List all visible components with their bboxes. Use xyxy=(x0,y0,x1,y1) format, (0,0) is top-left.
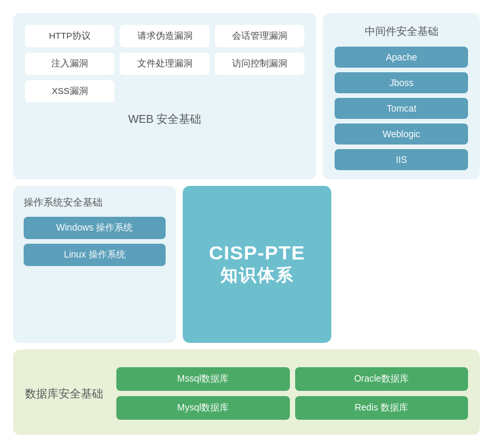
middleware-item-jboss: Jboss xyxy=(335,72,468,93)
tag-session: 会话管理漏洞 xyxy=(215,25,304,47)
cisp-pte-center: CISP-PTE 知识体系 xyxy=(183,186,332,343)
db-item-mssql: Mssql数据库 xyxy=(116,367,290,391)
db-item-oracle: Oracle数据库 xyxy=(295,367,469,391)
tag-access-control: 访问控制漏洞 xyxy=(215,53,304,75)
middleware-item-tomcat: Tomcat xyxy=(335,98,468,119)
web-tags-grid: HTTP协议 请求伪造漏洞 会话管理漏洞 注入漏洞 文件处理漏洞 访问控制漏洞 … xyxy=(25,25,304,102)
cisp-pte-title-line1: CISP-PTE xyxy=(209,242,305,264)
web-panel-label: WEB 安全基础 xyxy=(25,112,304,127)
bottom-row: 数据库安全基础 Mssql数据库 Oracle数据库 Mysql数据库 Redi… xyxy=(13,349,480,435)
middleware-panel-title: 中间件安全基础 xyxy=(335,25,468,39)
os-item-linux: Linux 操作系统 xyxy=(24,244,166,266)
web-security-panel: HTTP协议 请求伪造漏洞 会话管理漏洞 注入漏洞 文件处理漏洞 访问控制漏洞 … xyxy=(13,13,316,179)
db-security-panel: 数据库安全基础 Mssql数据库 Oracle数据库 Mysql数据库 Redi… xyxy=(13,349,480,435)
tag-file-processing: 文件处理漏洞 xyxy=(120,53,209,75)
os-item-windows: Windows 操作系统 xyxy=(24,217,166,239)
tag-http: HTTP协议 xyxy=(25,25,114,47)
db-item-mysql: Mysql数据库 xyxy=(116,396,290,420)
tag-injection: 注入漏洞 xyxy=(25,53,114,75)
os-items: Windows 操作系统 Linux 操作系统 xyxy=(24,217,166,266)
tag-xss: XSS漏洞 xyxy=(25,80,114,102)
db-item-redis: Redis 数据库 xyxy=(295,396,469,420)
middleware-item-apache: Apache xyxy=(335,47,468,68)
middle-row: 操作系统安全基础 Windows 操作系统 Linux 操作系统 CISP-PT… xyxy=(13,186,480,343)
right-spacer xyxy=(338,186,480,343)
middleware-item-iis: IIS xyxy=(335,149,468,170)
middleware-items: Apache Jboss Tomcat Weblogic IIS xyxy=(335,47,468,170)
db-panel-label: 数据库安全基础 xyxy=(25,386,103,401)
top-row: HTTP协议 请求伪造漏洞 会话管理漏洞 注入漏洞 文件处理漏洞 访问控制漏洞 … xyxy=(13,13,480,179)
diagram: HTTP协议 请求伪造漏洞 会话管理漏洞 注入漏洞 文件处理漏洞 访问控制漏洞 … xyxy=(13,13,480,435)
cisp-pte-title-line2: 知识体系 xyxy=(220,264,294,287)
tag-request-forgery: 请求伪造漏洞 xyxy=(120,25,209,47)
os-panel-title: 操作系统安全基础 xyxy=(24,196,166,209)
middleware-item-weblogic: Weblogic xyxy=(335,123,468,145)
db-grid: Mssql数据库 Oracle数据库 Mysql数据库 Redis 数据库 xyxy=(116,367,468,420)
middleware-security-panel: 中间件安全基础 Apache Jboss Tomcat Weblogic IIS xyxy=(323,13,480,179)
os-security-panel: 操作系统安全基础 Windows 操作系统 Linux 操作系统 xyxy=(13,186,176,343)
